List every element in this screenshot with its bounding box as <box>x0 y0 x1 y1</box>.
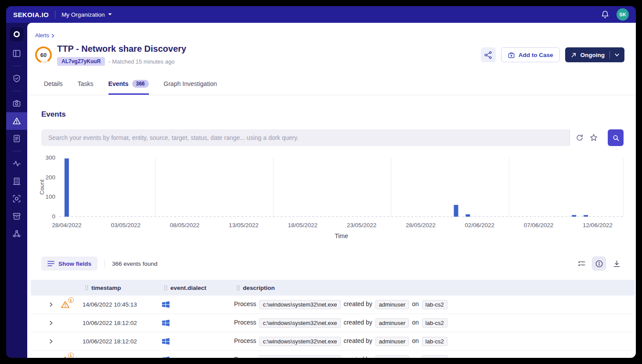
results-toolbar: Show fields 366 events found <box>41 257 624 271</box>
download-icon[interactable] <box>610 257 624 271</box>
brand-logo: SEKOIA.IO <box>13 11 49 18</box>
histogram-bar[interactable] <box>454 205 458 217</box>
chart-plot-area[interactable] <box>59 158 624 217</box>
sidebar-item-intakes[interactable] <box>6 95 27 112</box>
timestamp-cell: 10/06/2022 18:12:02 <box>83 338 162 345</box>
search-button[interactable] <box>608 129 624 146</box>
sidebar-item-alerts[interactable] <box>6 112 27 130</box>
user-chip[interactable]: adminuser <box>375 355 409 358</box>
table-row[interactable]: 10/06/2022 18:12:02Process c:\windows\sy… <box>31 314 635 332</box>
sidebar-divider <box>12 66 21 66</box>
shield-icon <box>12 74 21 83</box>
breadcrumb-chevron-icon <box>51 34 54 38</box>
sidebar-item-storage[interactable] <box>6 207 27 225</box>
host-chip[interactable]: lab-cs2 <box>422 300 447 309</box>
tab-bar: Details Tasks Events 366 Graph Investiga… <box>27 80 636 95</box>
search-input[interactable] <box>41 129 570 146</box>
alert-score-ring: 60 <box>35 46 52 63</box>
sidebar-item-organization[interactable] <box>6 172 27 190</box>
events-section-heading: Events <box>41 110 624 119</box>
drag-handle-icon[interactable] <box>85 285 89 291</box>
histogram-bar[interactable] <box>584 215 588 217</box>
sidebar-item-community[interactable] <box>6 225 27 243</box>
events-count-badge: 366 <box>132 80 149 88</box>
column-header-event-dialect[interactable]: event.dialect <box>164 285 236 291</box>
sidebar-divider <box>12 151 21 151</box>
timestamp-cell: 10/06/2022 18:12:02 <box>83 320 162 326</box>
favorite-star-icon[interactable] <box>588 132 600 144</box>
windows-logo-icon <box>162 337 170 346</box>
status-button[interactable]: Ongoing <box>565 47 624 62</box>
sidebar-item-protect[interactable] <box>6 70 27 87</box>
histogram-bar[interactable] <box>65 158 69 217</box>
graph-view-button[interactable] <box>481 47 496 62</box>
process-path-chip[interactable]: c:\windows\system32\net.exe <box>259 337 340 346</box>
sidebar-item-operations[interactable] <box>6 155 27 172</box>
user-avatar[interactable]: SK <box>617 8 629 21</box>
histogram-bar[interactable] <box>572 215 576 217</box>
breadcrumb-alerts-link[interactable]: Alerts <box>35 32 49 39</box>
organization-icon <box>12 177 21 186</box>
host-chip[interactable]: lab-cs2 <box>422 318 447 328</box>
table-row[interactable]: 114/06/2022 10:45:13Process c:\windows\s… <box>31 296 635 314</box>
info-icon[interactable] <box>592 257 606 271</box>
hunting-icon <box>12 194 21 203</box>
notifications-bell-icon[interactable] <box>601 10 610 19</box>
x-tick-label: 18/05/2022 <box>288 222 317 228</box>
table-row[interactable]: 10/06/2022 18:12:02Process c:\windows\sy… <box>31 332 635 351</box>
y-axis-labels: 0100200300 <box>39 158 56 217</box>
column-header-timestamp[interactable]: timestamp <box>85 285 164 291</box>
x-tick-label: 13/05/2022 <box>229 222 259 228</box>
process-path-chip[interactable]: c:\windows\system32\net.exe <box>259 300 340 309</box>
sidebar-item-hunting[interactable] <box>6 190 27 207</box>
sidebar-item-dashboards[interactable] <box>6 45 27 62</box>
expand-row-button[interactable] <box>46 357 56 358</box>
table-header: timestamp event.dialect description <box>31 280 635 296</box>
tab-tasks[interactable]: Tasks <box>78 80 94 95</box>
community-icon <box>12 229 21 238</box>
expand-row-icon <box>49 339 54 344</box>
timestamp-cell: 10/06/2022 18:12:02 <box>83 357 162 358</box>
tab-events[interactable]: Events 366 <box>108 80 149 95</box>
tab-graph-investigation[interactable]: Graph Investigation <box>164 80 217 95</box>
y-tick-label: 100 <box>45 193 55 200</box>
show-fields-button[interactable]: Show fields <box>41 257 97 271</box>
page-title: TTP - Network share Discovery <box>57 44 186 54</box>
expand-row-button[interactable] <box>46 321 56 325</box>
process-path-chip[interactable]: c:\windows\system32\net.exe <box>259 318 340 328</box>
x-tick-label: 03/05/2022 <box>111 222 141 228</box>
user-chip[interactable]: adminuser <box>375 318 409 328</box>
graph-nodes-icon <box>484 51 492 59</box>
user-chip[interactable]: adminuser <box>375 300 409 309</box>
expand-row-icon <box>49 302 54 307</box>
drag-handle-icon[interactable] <box>236 285 240 291</box>
expand-row-icon <box>49 321 54 325</box>
drag-handle-icon[interactable] <box>164 285 168 291</box>
alert-id-badge[interactable]: AL7vgZ7yKuuR <box>57 57 105 66</box>
host-chip[interactable]: lab-cs2 <box>422 337 447 346</box>
sekoia-logo[interactable] <box>10 27 24 41</box>
column-header-description[interactable]: description <box>236 285 635 291</box>
table-row[interactable]: 110/06/2022 18:12:02Process c:\windows\s… <box>31 351 635 358</box>
process-path-chip[interactable]: c:\windows\system32\net.exe <box>259 355 340 358</box>
alert-header: 60 TTP - Network share Discovery AL7vgZ7… <box>27 44 636 66</box>
x-tick-label: 23/05/2022 <box>347 222 377 228</box>
storage-icon <box>12 212 21 221</box>
expand-row-button[interactable] <box>46 339 56 344</box>
refresh-icon[interactable] <box>573 132 586 144</box>
event-dialect-cell <box>162 300 234 309</box>
status-caret-icon[interactable] <box>615 54 619 57</box>
user-chip[interactable]: adminuser <box>375 337 409 346</box>
arrow-up-right-icon <box>570 52 577 58</box>
status-label: Ongoing <box>581 52 605 58</box>
x-tick-label: 28/04/2022 <box>52 222 82 228</box>
organization-selector[interactable]: My Organization <box>61 11 112 18</box>
add-to-case-button[interactable]: Add to Case <box>501 47 560 62</box>
host-chip[interactable]: lab-cs2 <box>422 355 447 358</box>
expand-row-button[interactable] <box>46 302 56 307</box>
tab-details[interactable]: Details <box>44 80 63 95</box>
sidebar-item-cases[interactable] <box>6 130 27 147</box>
case-icon <box>508 51 515 59</box>
histogram-bar[interactable] <box>465 214 470 217</box>
checklist-icon[interactable] <box>574 257 588 271</box>
